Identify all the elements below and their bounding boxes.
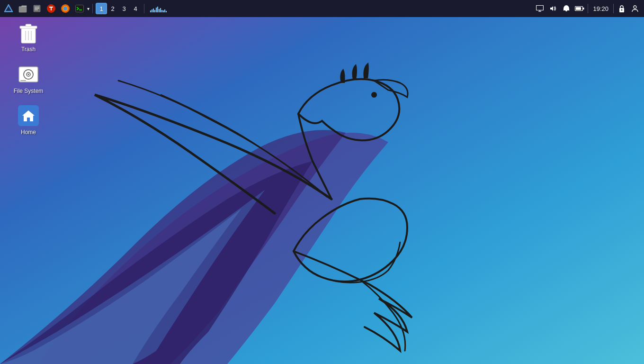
home-label: Home — [21, 129, 36, 136]
file-manager-button[interactable] — [16, 2, 29, 15]
desktop-icons-area: Trash File System — [9, 21, 47, 136]
filesystem-icon-img — [17, 63, 40, 86]
home-icon-img — [17, 104, 40, 127]
terminal-dropdown-chevron[interactable]: ▾ — [87, 6, 89, 11]
notification-icon[interactable] — [561, 3, 572, 14]
burpsuite-button[interactable] — [45, 2, 58, 15]
svg-rect-32 — [20, 80, 26, 81]
workspace-switcher: 1 2 3 4 — [96, 3, 141, 14]
taskbar: ▾ 1 2 3 4 — [0, 0, 644, 17]
battery-icon[interactable] — [574, 3, 585, 14]
taskbar-sep-4 — [613, 4, 614, 13]
trash-label: Trash — [21, 46, 36, 54]
filesystem-icon[interactable]: File System — [9, 63, 47, 95]
workspace-2-button[interactable]: 2 — [107, 3, 118, 14]
svg-rect-13 — [537, 6, 544, 10]
terminal-button[interactable] — [73, 2, 86, 15]
taskbar-sep-3 — [588, 4, 588, 13]
activity-chart — [150, 5, 167, 12]
svg-rect-11 — [76, 5, 84, 12]
system-clock: 19:20 — [591, 5, 610, 12]
lock-icon[interactable] — [617, 3, 627, 14]
workspace-4-button[interactable]: 4 — [130, 3, 141, 14]
taskbar-right: 19:20 — [535, 3, 644, 14]
svg-rect-17 — [583, 8, 584, 9]
svg-rect-18 — [576, 7, 581, 10]
firefox-button[interactable] — [59, 2, 72, 15]
svg-rect-2 — [19, 7, 27, 12]
svg-rect-6 — [35, 9, 38, 10]
svg-point-20 — [621, 9, 623, 10]
filesystem-label: File System — [14, 88, 44, 95]
desktop-wallpaper — [0, 0, 644, 364]
kali-menu-button[interactable] — [2, 2, 15, 15]
files-button[interactable] — [30, 2, 44, 15]
svg-point-1 — [371, 92, 377, 98]
display-icon[interactable] — [535, 3, 545, 14]
svg-point-10 — [63, 7, 67, 10]
volume-icon[interactable] — [548, 3, 558, 14]
taskbar-left: ▾ 1 2 3 4 — [0, 2, 146, 15]
svg-rect-5 — [35, 8, 39, 9]
trash-icon[interactable]: Trash — [9, 21, 47, 54]
taskbar-sep-2 — [144, 4, 144, 13]
home-icon[interactable]: Home — [9, 104, 47, 136]
svg-rect-24 — [26, 24, 31, 27]
taskbar-sep-1 — [92, 4, 93, 13]
workspace-3-button[interactable]: 3 — [118, 3, 130, 14]
svg-point-21 — [634, 6, 636, 9]
user-menu-icon[interactable] — [630, 3, 640, 14]
trash-icon-img — [17, 21, 40, 44]
workspace-1-button[interactable]: 1 — [96, 3, 107, 14]
svg-point-31 — [28, 73, 29, 75]
svg-rect-4 — [35, 7, 39, 8]
desktop: ▾ 1 2 3 4 — [0, 0, 644, 364]
taskbar-middle — [146, 5, 535, 12]
